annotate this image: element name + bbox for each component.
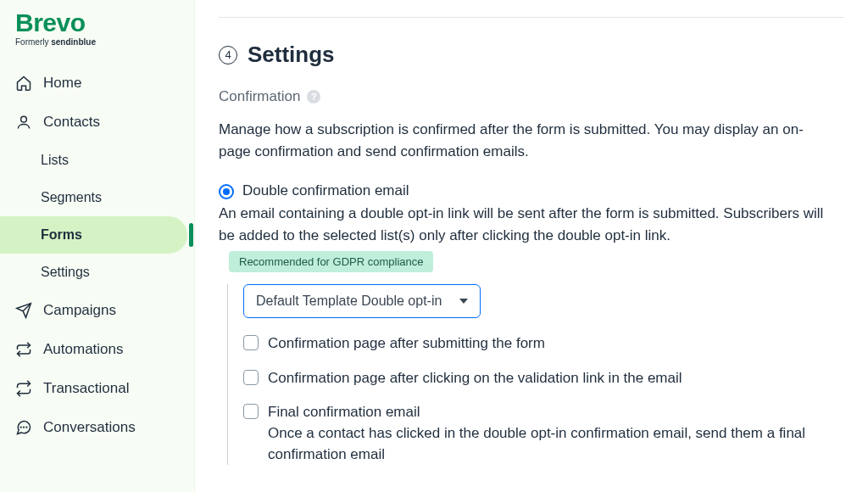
nested-options: Default Template Double opt-in Confirmat… (227, 284, 844, 465)
sidebar-item-label: Automations (43, 341, 124, 358)
radio-option-double-confirm[interactable]: Double confirmation email (219, 182, 844, 199)
sidebar-item-lists[interactable]: Lists (0, 142, 194, 179)
step-header: 4 Settings (219, 42, 844, 68)
user-icon (15, 114, 32, 131)
check-option-confirm-page-submit[interactable]: Confirmation page after submitting the f… (243, 333, 844, 355)
sidebar: Brevo Formerly sendinblue Home Contacts … (0, 0, 195, 492)
step-title: Settings (248, 42, 335, 68)
radio-description: An email containing a double opt-in link… (219, 203, 829, 246)
home-icon (15, 75, 32, 92)
section-label: Confirmation (219, 88, 300, 105)
repeat-icon (15, 380, 32, 397)
send-icon (15, 302, 32, 319)
checkbox-label: Final confirmation email (268, 404, 420, 420)
sidebar-item-label: Segments (41, 190, 102, 205)
checkbox-input[interactable] (243, 370, 259, 385)
step-number-badge: 4 (219, 46, 237, 64)
loop-icon (15, 341, 32, 358)
radio-label: Double confirmation email (242, 182, 409, 199)
sidebar-item-contacts[interactable]: Contacts (0, 103, 194, 142)
chevron-down-icon (459, 299, 468, 304)
checkbox-label: Confirmation page after clicking on the … (268, 368, 682, 389)
checkbox-input[interactable] (243, 335, 259, 350)
sidebar-item-label: Lists (41, 153, 69, 168)
section-header-row: Confirmation ? (219, 88, 844, 105)
checkbox-input[interactable] (243, 404, 259, 419)
check-option-final-email[interactable]: Final confirmation email Once a contact … (243, 402, 844, 465)
svg-point-2 (24, 427, 25, 428)
sidebar-item-campaigns[interactable]: Campaigns (0, 291, 194, 330)
select-value: Default Template Double opt-in (256, 294, 442, 309)
sidebar-item-label: Conversations (43, 419, 136, 436)
gdpr-badge: Recommended for GDPR compliance (229, 251, 433, 272)
sidebar-item-settings[interactable]: Settings (0, 254, 194, 291)
sidebar-item-label: Forms (41, 227, 82, 243)
main-content: 4 Settings Confirmation ? Manage how a s… (195, 0, 868, 492)
radio-input[interactable] (219, 184, 234, 199)
svg-point-3 (26, 427, 27, 428)
nav-list: Home Contacts Lists Segments Forms Setti… (0, 64, 194, 447)
sidebar-item-segments[interactable]: Segments (0, 179, 194, 216)
checkbox-label: Confirmation page after submitting the f… (268, 333, 545, 355)
section-divider (219, 17, 844, 18)
sidebar-item-label: Transactional (43, 380, 129, 397)
sidebar-item-conversations[interactable]: Conversations (0, 408, 194, 447)
section-description: Manage how a subscription is confirmed a… (219, 119, 829, 162)
sidebar-item-transactional[interactable]: Transactional (0, 369, 194, 408)
sidebar-item-label: Home (43, 75, 81, 92)
chat-icon (15, 419, 32, 436)
template-select[interactable]: Default Template Double opt-in (243, 284, 481, 318)
check-option-confirm-page-validation[interactable]: Confirmation page after clicking on the … (243, 368, 844, 389)
sidebar-item-home[interactable]: Home (0, 64, 194, 103)
sidebar-item-label: Contacts (43, 114, 100, 131)
svg-point-0 (21, 116, 27, 122)
brand-name: Brevo (15, 10, 179, 36)
sidebar-item-label: Settings (41, 265, 90, 280)
sidebar-item-label: Campaigns (43, 302, 116, 319)
sidebar-item-forms[interactable]: Forms (0, 216, 187, 254)
svg-point-1 (20, 427, 21, 428)
checkbox-sublabel: Once a contact has clicked in the double… (268, 425, 805, 462)
brand-subtitle: Formerly sendinblue (15, 37, 179, 47)
brand-block: Brevo Formerly sendinblue (0, 10, 194, 52)
help-icon[interactable]: ? (307, 90, 320, 103)
sidebar-item-automations[interactable]: Automations (0, 330, 194, 369)
